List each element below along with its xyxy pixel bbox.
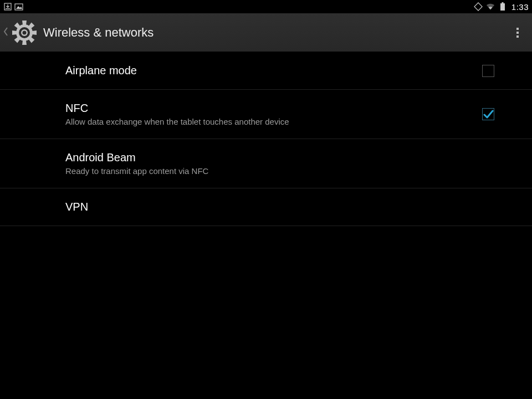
- back-caret-icon[interactable]: [2, 25, 9, 40]
- battery-icon: [498, 2, 507, 11]
- svg-point-18: [23, 30, 27, 34]
- row-nfc[interactable]: NFC Allow data exchange when the tablet …: [0, 90, 532, 139]
- svg-rect-4: [474, 3, 482, 11]
- row-airplane-mode[interactable]: Airplane mode: [0, 52, 532, 90]
- checkbox-nfc[interactable]: [482, 108, 494, 120]
- download-icon: [3, 2, 12, 11]
- wifi-icon: [486, 2, 495, 11]
- status-bar: 1:33: [0, 0, 532, 13]
- row-title: Android Beam: [65, 151, 510, 164]
- svg-marker-3: [16, 6, 22, 9]
- row-subtitle: Allow data exchange when the tablet touc…: [65, 117, 482, 126]
- action-bar: Wireless & networks: [0, 13, 532, 52]
- row-android-beam[interactable]: Android Beam Ready to transmit app conte…: [0, 139, 532, 188]
- picture-icon: [14, 2, 23, 11]
- page-title: Wireless & networks: [43, 25, 512, 40]
- row-vpn[interactable]: VPN: [0, 188, 532, 226]
- svg-rect-5: [502, 2, 503, 3]
- row-title: NFC: [65, 102, 482, 115]
- row-title: VPN: [65, 201, 510, 213]
- svg-rect-6: [500, 3, 505, 11]
- svg-marker-8: [22, 40, 27, 45]
- overflow-menu-icon[interactable]: [512, 22, 523, 43]
- svg-marker-9: [12, 30, 17, 35]
- row-subtitle: Ready to transmit app content via NFC: [65, 166, 510, 176]
- svg-marker-7: [22, 21, 27, 25]
- clock: 1:33: [511, 2, 529, 12]
- nfc-status-icon: [474, 2, 483, 11]
- svg-marker-10: [32, 30, 37, 35]
- row-title: Airplane mode: [65, 64, 482, 77]
- checkbox-airplane[interactable]: [482, 65, 494, 77]
- settings-gear-icon[interactable]: [9, 17, 40, 48]
- settings-list: Airplane mode NFC Allow data exchange wh…: [0, 52, 532, 226]
